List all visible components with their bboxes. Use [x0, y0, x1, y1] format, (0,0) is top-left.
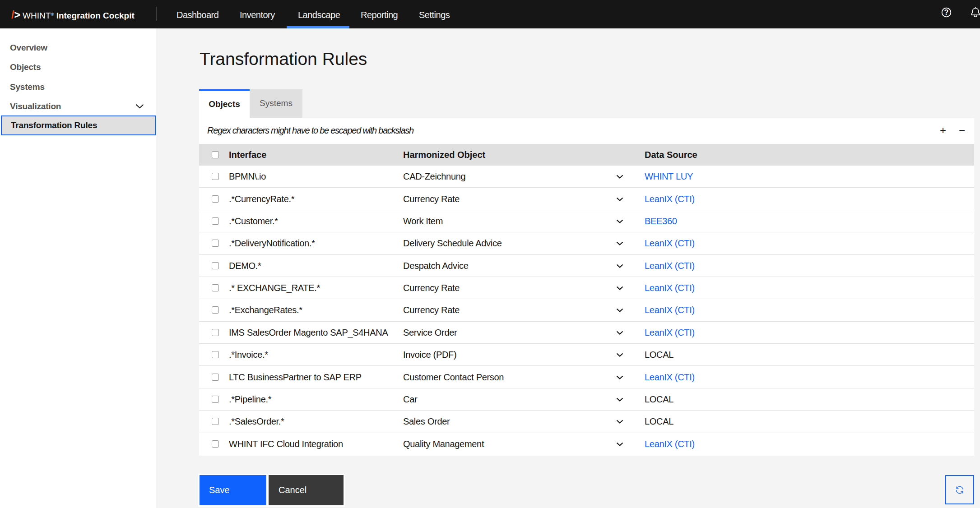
svg-text:?: ? [944, 9, 949, 16]
